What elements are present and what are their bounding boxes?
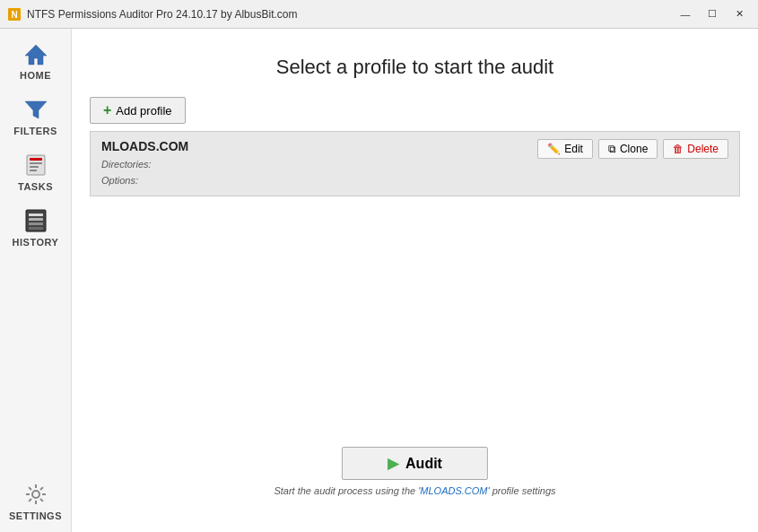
filter-icon xyxy=(22,95,50,124)
svg-line-20 xyxy=(40,499,43,501)
clone-icon: ⧉ xyxy=(608,143,616,155)
history-icon xyxy=(22,206,50,235)
plus-icon: + xyxy=(103,102,111,118)
sidebar-settings-label: SETTINGS xyxy=(9,510,62,521)
svg-line-22 xyxy=(29,499,31,501)
sidebar-item-home[interactable]: HOME xyxy=(0,32,71,88)
audit-profile-ref: MLOADS.COM xyxy=(420,485,487,496)
svg-marker-2 xyxy=(25,45,47,65)
sidebar: HOME FILTERS TASKS xyxy=(0,29,72,532)
maximize-button[interactable]: ☐ xyxy=(701,5,724,23)
clone-label: Clone xyxy=(620,143,648,155)
svg-point-14 xyxy=(32,491,39,498)
minimize-button[interactable]: — xyxy=(674,5,697,23)
app-icon: N xyxy=(7,7,22,22)
edit-button[interactable]: ✏️ Edit xyxy=(537,139,593,159)
audit-subtitle-after: ' profile settings xyxy=(488,485,556,496)
edit-icon: ✏️ xyxy=(547,143,561,155)
add-profile-button[interactable]: + Add profile xyxy=(90,97,186,124)
edit-label: Edit xyxy=(564,143,583,155)
svg-line-19 xyxy=(29,487,31,490)
svg-marker-3 xyxy=(25,101,47,118)
sidebar-bottom: SETTINGS xyxy=(0,473,71,532)
svg-rect-7 xyxy=(30,166,39,168)
sidebar-history-label: HISTORY xyxy=(13,237,59,248)
close-button[interactable]: ✕ xyxy=(728,5,751,23)
audit-subtitle: Start the audit process using the 'MLOAD… xyxy=(274,485,555,496)
profile-actions: ✏️ Edit ⧉ Clone 🗑 Delete xyxy=(537,139,728,159)
svg-text:N: N xyxy=(11,10,17,20)
delete-icon: 🗑 xyxy=(673,143,684,155)
svg-rect-10 xyxy=(29,214,43,216)
page-title: Select a profile to start the audit xyxy=(276,56,553,79)
sidebar-home-label: HOME xyxy=(20,70,51,81)
profile-row: MLOADS.COM Directories: Options: ✏️ Edit… xyxy=(90,131,740,196)
svg-rect-6 xyxy=(30,162,42,164)
profile-name: MLOADS.COM xyxy=(101,139,188,153)
sidebar-item-settings[interactable]: SETTINGS xyxy=(0,473,71,528)
audit-label: Audit xyxy=(405,456,442,472)
svg-line-21 xyxy=(40,487,43,490)
directories-label: Directories: xyxy=(101,159,152,170)
svg-rect-8 xyxy=(30,170,37,171)
play-icon: ▶ xyxy=(388,455,398,472)
svg-rect-12 xyxy=(29,222,43,225)
svg-rect-11 xyxy=(29,218,43,221)
window-controls: — ☐ ✕ xyxy=(674,5,751,23)
sidebar-filters-label: FILTERS xyxy=(13,126,57,136)
title-bar: N NTFS Permissions Auditor Pro 24.10.17 … xyxy=(0,0,758,29)
options-label: Options: xyxy=(101,175,138,186)
app-body: HOME FILTERS TASKS xyxy=(0,29,758,532)
sidebar-item-tasks[interactable]: TASKS xyxy=(0,144,71,199)
add-profile-label: Add profile xyxy=(116,104,171,118)
svg-rect-5 xyxy=(30,158,42,161)
profile-info: MLOADS.COM Directories: Options: xyxy=(101,139,188,188)
audit-section: ▶ Audit Start the audit process using th… xyxy=(274,447,555,496)
sidebar-item-history[interactable]: HISTORY xyxy=(0,199,71,255)
audit-button[interactable]: ▶ Audit xyxy=(342,447,488,480)
delete-label: Delete xyxy=(687,143,719,155)
audit-subtitle-before: Start the audit process using the ' xyxy=(274,485,420,496)
home-icon xyxy=(22,39,50,68)
clone-button[interactable]: ⧉ Clone xyxy=(598,139,658,159)
tasks-icon xyxy=(22,151,50,179)
window-title: NTFS Permissions Auditor Pro 24.10.17 by… xyxy=(27,8,674,21)
content-inner: + Add profile MLOADS.COM Directories: Op… xyxy=(90,97,740,196)
settings-icon xyxy=(22,480,50,509)
delete-button[interactable]: 🗑 Delete xyxy=(663,139,728,159)
profile-meta: Directories: Options: xyxy=(101,157,188,188)
main-content: Select a profile to start the audit + Ad… xyxy=(72,29,758,532)
sidebar-tasks-label: TASKS xyxy=(18,181,53,192)
svg-rect-13 xyxy=(29,227,43,230)
sidebar-item-filters[interactable]: FILTERS xyxy=(0,88,71,144)
